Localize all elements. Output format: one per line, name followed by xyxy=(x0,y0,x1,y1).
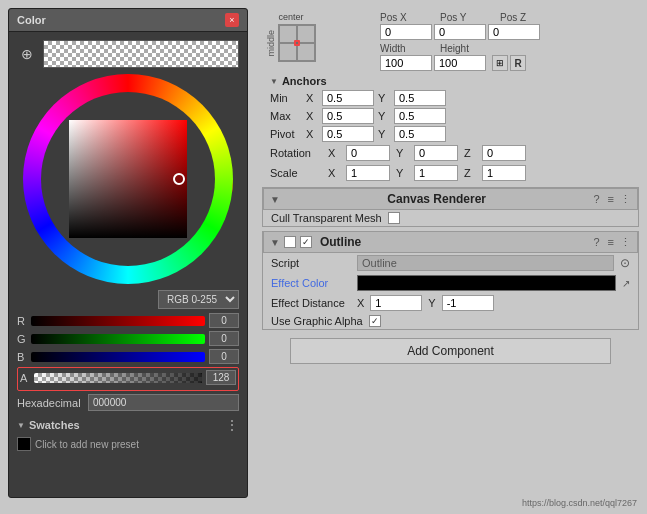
effect-dist-x-input[interactable] xyxy=(370,295,422,311)
width-input[interactable] xyxy=(380,55,432,71)
wh-values-row: ⊞ R xyxy=(320,55,635,71)
rot-z-input[interactable] xyxy=(482,145,526,161)
effect-dist-row: Effect Distance X Y xyxy=(263,293,638,313)
r-slider[interactable] xyxy=(31,316,205,326)
outline-settings-icon[interactable]: ≡ xyxy=(608,236,614,248)
min-y-label: Y xyxy=(378,92,390,104)
script-input[interactable] xyxy=(357,255,614,271)
outline-more-icon[interactable]: ⋮ xyxy=(620,236,631,249)
use-graphic-checkmark: ✓ xyxy=(371,316,379,326)
pivot-x-input[interactable] xyxy=(322,126,374,142)
outline-triangle[interactable]: ▼ xyxy=(270,237,280,248)
add-component-button[interactable]: Add Component xyxy=(290,338,610,364)
b-label: B xyxy=(17,351,27,363)
effect-color-swatch[interactable] xyxy=(357,275,616,291)
height-label: Height xyxy=(440,43,498,54)
swatches-label: Swatches xyxy=(29,419,80,431)
pos-labels-row: Pos X Pos Y Pos Z xyxy=(320,12,635,23)
close-button[interactable]: × xyxy=(225,13,239,27)
script-row: Script ⊙ xyxy=(263,253,638,273)
rot-z-label: Z xyxy=(464,147,476,159)
outline-help-icon[interactable]: ? xyxy=(593,236,599,248)
scale-z-label: Z xyxy=(464,167,476,179)
pos-y-input[interactable] xyxy=(434,24,486,40)
scale-y-label: Y xyxy=(396,167,408,179)
canvas-renderer-triangle[interactable]: ▼ xyxy=(270,194,280,205)
mode-dropdown[interactable]: RGB 0-255 RGB 0-1 HSV xyxy=(158,290,239,309)
g-value[interactable] xyxy=(209,331,239,346)
scale-z-input[interactable] xyxy=(482,165,526,181)
a-value[interactable] xyxy=(206,370,236,385)
color-panel: Color × ⊕ xyxy=(8,8,248,498)
color-cursor xyxy=(173,173,185,185)
height-input[interactable] xyxy=(434,55,486,71)
wh-labels-row: Width Height xyxy=(320,43,635,54)
scale-y-input[interactable] xyxy=(414,165,458,181)
watermark: https://blog.csdn.net/qql7267 xyxy=(522,498,637,508)
rot-y-input[interactable] xyxy=(414,145,458,161)
blueprint-icon[interactable]: ⊞ xyxy=(492,55,508,71)
anchors-section: ▼ Anchors Min X Y Max X Y Pivot X Y xyxy=(262,75,639,183)
g-slider-row: G xyxy=(17,331,239,346)
spacer xyxy=(320,12,378,23)
pivot-x-label: X xyxy=(306,128,318,140)
hex-label: Hexadecimal xyxy=(17,397,82,409)
rot-y-label: Y xyxy=(396,147,408,159)
max-y-label: Y xyxy=(378,110,390,122)
effect-dist-y-input[interactable] xyxy=(442,295,494,311)
cull-checkbox[interactable] xyxy=(388,212,400,224)
scale-label: Scale xyxy=(270,167,322,179)
max-y-input[interactable] xyxy=(394,108,446,124)
scale-x-input[interactable] xyxy=(346,165,390,181)
min-x-input[interactable] xyxy=(322,90,374,106)
outline-header: ▼ ✓ Outline ? ≡ ⋮ xyxy=(263,232,638,253)
script-target-icon[interactable]: ⊙ xyxy=(620,256,630,270)
spacer3 xyxy=(320,43,378,54)
a-slider[interactable] xyxy=(34,373,202,383)
cull-mesh-row: Cull Transparent Mesh xyxy=(263,210,638,226)
b-slider[interactable] xyxy=(31,352,205,362)
pos-z-input[interactable] xyxy=(488,24,540,40)
anchor-box[interactable] xyxy=(278,24,316,62)
hex-input[interactable] xyxy=(88,394,239,411)
effect-dist-label: Effect Distance xyxy=(271,297,351,309)
canvas-renderer-settings-icon[interactable]: ≡ xyxy=(608,193,614,205)
rotation-row: Rotation X Y Z xyxy=(262,143,639,163)
canvas-renderer-section: ▼ Canvas Renderer ? ≡ ⋮ Cull Transparent… xyxy=(262,187,639,227)
preview-row: ⊕ xyxy=(17,40,239,68)
min-y-input[interactable] xyxy=(394,90,446,106)
pos-fields: Pos X Pos Y Pos Z Width Height xyxy=(320,12,635,71)
outline-title: Outline xyxy=(320,235,590,249)
eyedropper-icon[interactable]: ⊕ xyxy=(17,44,37,64)
effect-color-label[interactable]: Effect Color xyxy=(271,277,351,289)
canvas-renderer-more-icon[interactable]: ⋮ xyxy=(620,193,631,206)
swatches-menu-icon[interactable]: ⋮ xyxy=(225,417,239,433)
outline-check[interactable]: ✓ xyxy=(300,236,312,248)
use-graphic-checkbox[interactable]: ✓ xyxy=(369,315,381,327)
color-panel-header: Color × xyxy=(9,9,247,32)
pivot-y-input[interactable] xyxy=(394,126,446,142)
max-x-input[interactable] xyxy=(322,108,374,124)
color-square[interactable] xyxy=(69,120,187,238)
a-slider-row: A xyxy=(20,370,236,385)
a-label: A xyxy=(20,372,30,384)
r-button-group: ⊞ R xyxy=(492,55,526,71)
r-slider-row: R xyxy=(17,313,239,328)
b-value[interactable] xyxy=(209,349,239,364)
r-value[interactable] xyxy=(209,313,239,328)
swatch-black[interactable] xyxy=(17,437,31,451)
pos-y-label: Pos Y xyxy=(440,12,498,23)
max-x-label: X xyxy=(306,110,318,122)
alpha-row-highlight: A xyxy=(17,367,239,391)
pos-x-input[interactable] xyxy=(380,24,432,40)
swatches-header: ▼ Swatches ⋮ xyxy=(17,417,239,433)
expand-icon[interactable]: ↗ xyxy=(622,278,630,289)
swatch-add-text[interactable]: Click to add new preset xyxy=(35,439,139,450)
color-wheel-container[interactable] xyxy=(23,74,233,284)
r-button[interactable]: R xyxy=(510,55,526,71)
g-slider[interactable] xyxy=(31,334,205,344)
rot-x-input[interactable] xyxy=(346,145,390,161)
min-row: Min X Y xyxy=(262,89,639,107)
outline-enabled-checkbox[interactable] xyxy=(284,236,296,248)
canvas-renderer-help-icon[interactable]: ? xyxy=(593,193,599,205)
